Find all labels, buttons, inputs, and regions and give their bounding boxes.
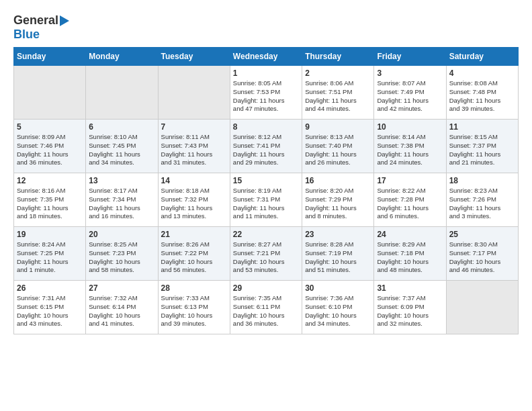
calendar-cell: 11Sunrise: 8:15 AM Sunset: 7:37 PM Dayli… bbox=[446, 120, 518, 173]
calendar-cell: 4Sunrise: 8:08 AM Sunset: 7:48 PM Daylig… bbox=[446, 66, 518, 120]
day-number: 26 bbox=[17, 283, 83, 293]
calendar-cell: 18Sunrise: 8:23 AM Sunset: 7:26 PM Dayli… bbox=[446, 173, 518, 227]
day-info: Sunrise: 7:37 AM Sunset: 6:09 PM Dayligh… bbox=[377, 294, 443, 328]
day-info: Sunrise: 7:36 AM Sunset: 6:10 PM Dayligh… bbox=[305, 294, 371, 328]
day-number: 22 bbox=[233, 230, 299, 239]
dow-header-friday: Friday bbox=[374, 48, 446, 66]
day-number: 16 bbox=[305, 176, 371, 185]
day-number: 17 bbox=[377, 176, 443, 185]
day-info: Sunrise: 8:14 AM Sunset: 7:38 PM Dayligh… bbox=[377, 133, 443, 167]
day-info: Sunrise: 8:08 AM Sunset: 7:48 PM Dayligh… bbox=[449, 79, 515, 113]
calendar-cell: 30Sunrise: 7:36 AM Sunset: 6:10 PM Dayli… bbox=[302, 281, 374, 334]
day-info: Sunrise: 8:12 AM Sunset: 7:41 PM Dayligh… bbox=[233, 133, 299, 167]
day-number: 31 bbox=[377, 283, 443, 293]
day-info: Sunrise: 7:31 AM Sunset: 6:15 PM Dayligh… bbox=[17, 294, 83, 328]
calendar-cell: 9Sunrise: 8:13 AM Sunset: 7:40 PM Daylig… bbox=[302, 120, 374, 173]
dow-header-wednesday: Wednesday bbox=[230, 48, 302, 66]
day-number: 15 bbox=[233, 176, 299, 185]
day-number: 24 bbox=[377, 230, 443, 239]
calendar-cell: 6Sunrise: 8:10 AM Sunset: 7:45 PM Daylig… bbox=[86, 120, 158, 173]
day-info: Sunrise: 8:20 AM Sunset: 7:29 PM Dayligh… bbox=[305, 187, 371, 221]
day-info: Sunrise: 8:19 AM Sunset: 7:31 PM Dayligh… bbox=[233, 187, 299, 221]
day-number: 25 bbox=[449, 230, 515, 239]
dow-header-saturday: Saturday bbox=[446, 48, 518, 66]
day-info: Sunrise: 8:18 AM Sunset: 7:32 PM Dayligh… bbox=[161, 187, 227, 221]
day-info: Sunrise: 8:22 AM Sunset: 7:28 PM Dayligh… bbox=[377, 187, 443, 221]
calendar-cell: 7Sunrise: 8:11 AM Sunset: 7:43 PM Daylig… bbox=[158, 120, 230, 173]
day-number: 19 bbox=[17, 230, 83, 239]
day-number: 30 bbox=[305, 283, 371, 293]
calendar-cell: 23Sunrise: 8:28 AM Sunset: 7:19 PM Dayli… bbox=[302, 227, 374, 281]
day-number: 9 bbox=[305, 122, 371, 132]
day-info: Sunrise: 8:09 AM Sunset: 7:46 PM Dayligh… bbox=[17, 133, 83, 167]
logo-general: General bbox=[13, 13, 58, 28]
calendar-cell: 3Sunrise: 8:07 AM Sunset: 7:49 PM Daylig… bbox=[374, 66, 446, 120]
day-info: Sunrise: 8:15 AM Sunset: 7:37 PM Dayligh… bbox=[449, 133, 515, 167]
day-info: Sunrise: 8:30 AM Sunset: 7:17 PM Dayligh… bbox=[449, 240, 515, 275]
calendar-cell: 22Sunrise: 8:27 AM Sunset: 7:21 PM Dayli… bbox=[230, 227, 302, 281]
logo-arrow-icon bbox=[60, 15, 69, 26]
calendar-cell: 26Sunrise: 7:31 AM Sunset: 6:15 PM Dayli… bbox=[14, 281, 86, 334]
day-info: Sunrise: 8:10 AM Sunset: 7:45 PM Dayligh… bbox=[89, 133, 154, 167]
calendar-cell bbox=[158, 66, 230, 120]
calendar-cell: 28Sunrise: 7:33 AM Sunset: 6:13 PM Dayli… bbox=[158, 281, 230, 334]
calendar-cell: 27Sunrise: 7:32 AM Sunset: 6:14 PM Dayli… bbox=[86, 281, 158, 334]
calendar-cell: 8Sunrise: 8:12 AM Sunset: 7:41 PM Daylig… bbox=[230, 120, 302, 173]
day-info: Sunrise: 8:26 AM Sunset: 7:22 PM Dayligh… bbox=[161, 240, 227, 275]
day-number: 11 bbox=[449, 122, 515, 132]
day-number: 18 bbox=[449, 176, 515, 185]
calendar-cell: 16Sunrise: 8:20 AM Sunset: 7:29 PM Dayli… bbox=[302, 173, 374, 227]
calendar-cell bbox=[14, 66, 86, 120]
day-info: Sunrise: 8:13 AM Sunset: 7:40 PM Dayligh… bbox=[305, 133, 371, 167]
day-info: Sunrise: 8:16 AM Sunset: 7:35 PM Dayligh… bbox=[17, 187, 83, 221]
day-number: 13 bbox=[89, 176, 154, 185]
calendar-cell: 2Sunrise: 8:06 AM Sunset: 7:51 PM Daylig… bbox=[302, 66, 374, 120]
day-number: 7 bbox=[161, 122, 227, 132]
calendar-cell: 25Sunrise: 8:30 AM Sunset: 7:17 PM Dayli… bbox=[446, 227, 518, 281]
day-number: 3 bbox=[377, 68, 443, 78]
day-number: 14 bbox=[161, 176, 227, 185]
calendar-cell: 21Sunrise: 8:26 AM Sunset: 7:22 PM Dayli… bbox=[158, 227, 230, 281]
day-number: 4 bbox=[449, 68, 515, 78]
day-number: 1 bbox=[233, 68, 299, 78]
day-number: 20 bbox=[89, 230, 154, 239]
dow-header-thursday: Thursday bbox=[302, 48, 374, 66]
day-number: 5 bbox=[17, 122, 83, 132]
day-info: Sunrise: 7:32 AM Sunset: 6:14 PM Dayligh… bbox=[89, 294, 154, 328]
dow-header-monday: Monday bbox=[86, 48, 158, 66]
day-number: 29 bbox=[233, 283, 299, 293]
day-number: 28 bbox=[161, 283, 227, 293]
day-number: 8 bbox=[233, 122, 299, 132]
calendar-cell: 15Sunrise: 8:19 AM Sunset: 7:31 PM Dayli… bbox=[230, 173, 302, 227]
calendar-cell: 20Sunrise: 8:25 AM Sunset: 7:23 PM Dayli… bbox=[86, 227, 158, 281]
day-number: 23 bbox=[305, 230, 371, 239]
calendar-cell: 17Sunrise: 8:22 AM Sunset: 7:28 PM Dayli… bbox=[374, 173, 446, 227]
calendar-cell: 1Sunrise: 8:05 AM Sunset: 7:53 PM Daylig… bbox=[230, 66, 302, 120]
day-info: Sunrise: 8:23 AM Sunset: 7:26 PM Dayligh… bbox=[449, 187, 515, 221]
logo: General Blue bbox=[13, 13, 69, 42]
dow-header-sunday: Sunday bbox=[14, 48, 86, 66]
calendar-cell: 24Sunrise: 8:29 AM Sunset: 7:18 PM Dayli… bbox=[374, 227, 446, 281]
day-info: Sunrise: 8:06 AM Sunset: 7:51 PM Dayligh… bbox=[305, 79, 371, 113]
calendar-cell: 5Sunrise: 8:09 AM Sunset: 7:46 PM Daylig… bbox=[14, 120, 86, 173]
day-info: Sunrise: 7:35 AM Sunset: 6:11 PM Dayligh… bbox=[233, 294, 299, 328]
calendar-cell: 19Sunrise: 8:24 AM Sunset: 7:25 PM Dayli… bbox=[14, 227, 86, 281]
day-info: Sunrise: 8:11 AM Sunset: 7:43 PM Dayligh… bbox=[161, 133, 227, 167]
day-info: Sunrise: 7:33 AM Sunset: 6:13 PM Dayligh… bbox=[161, 294, 227, 328]
day-info: Sunrise: 8:29 AM Sunset: 7:18 PM Dayligh… bbox=[377, 240, 443, 275]
day-info: Sunrise: 8:24 AM Sunset: 7:25 PM Dayligh… bbox=[17, 240, 83, 275]
calendar-cell: 29Sunrise: 7:35 AM Sunset: 6:11 PM Dayli… bbox=[230, 281, 302, 334]
day-info: Sunrise: 8:28 AM Sunset: 7:19 PM Dayligh… bbox=[305, 240, 371, 275]
calendar-cell bbox=[446, 281, 518, 334]
day-info: Sunrise: 8:05 AM Sunset: 7:53 PM Dayligh… bbox=[233, 79, 299, 113]
day-info: Sunrise: 8:25 AM Sunset: 7:23 PM Dayligh… bbox=[89, 240, 154, 275]
calendar-cell: 10Sunrise: 8:14 AM Sunset: 7:38 PM Dayli… bbox=[374, 120, 446, 173]
day-number: 27 bbox=[89, 283, 154, 293]
day-info: Sunrise: 8:27 AM Sunset: 7:21 PM Dayligh… bbox=[233, 240, 299, 275]
calendar-cell: 31Sunrise: 7:37 AM Sunset: 6:09 PM Dayli… bbox=[374, 281, 446, 334]
day-info: Sunrise: 8:17 AM Sunset: 7:34 PM Dayligh… bbox=[89, 187, 154, 221]
day-info: Sunrise: 8:07 AM Sunset: 7:49 PM Dayligh… bbox=[377, 79, 443, 113]
calendar-cell bbox=[86, 66, 158, 120]
logo-blue: Blue bbox=[13, 28, 40, 41]
day-number: 2 bbox=[305, 68, 371, 78]
